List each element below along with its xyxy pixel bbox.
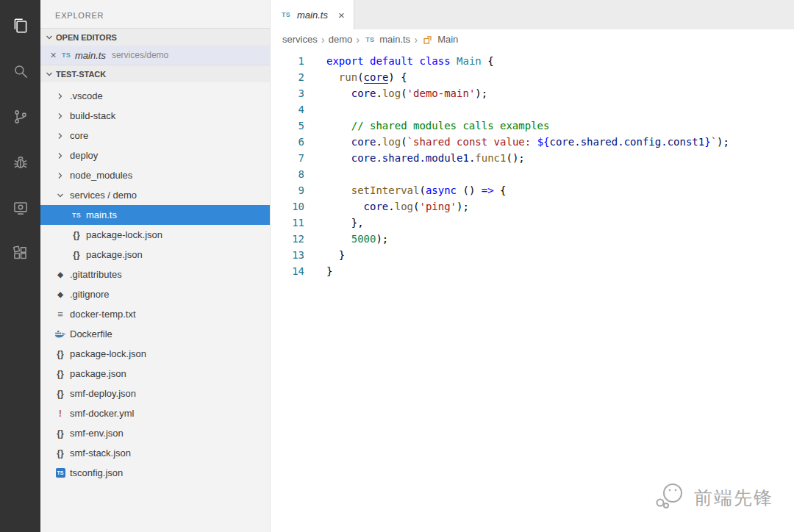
tab-main-ts[interactable]: TSmain.ts× — [271, 0, 354, 29]
code-text: core.log('demo-main'); — [326, 85, 487, 101]
source-control-icon — [11, 107, 30, 126]
code-text: core.log('ping'); — [326, 198, 469, 215]
close-icon[interactable]: × — [338, 9, 345, 21]
line-number[interactable]: 12 — [271, 231, 304, 247]
line-number[interactable]: 7 — [271, 150, 304, 166]
chevron-right-icon — [54, 170, 67, 181]
line-number[interactable]: 10 — [271, 198, 304, 215]
tree-item-core[interactable]: core — [40, 126, 270, 145]
tsconfig-icon: TS — [56, 468, 65, 478]
activity-source-control-button[interactable] — [0, 94, 40, 140]
tree-item-smf-docker-yml[interactable]: !smf-docker.yml — [40, 403, 270, 423]
activity-debug-button[interactable] — [0, 140, 40, 185]
line-number[interactable]: 5 — [271, 118, 304, 134]
breadcrumb-item-services[interactable]: services — [282, 34, 318, 45]
tree-item-build-stack[interactable]: build-stack — [40, 106, 270, 126]
code-line[interactable]: 10 core.log('ping'); — [271, 198, 794, 215]
line-number[interactable]: 11 — [271, 215, 304, 231]
tree-item-main-ts[interactable]: TSmain.ts — [40, 205, 270, 225]
tree-item-package-lock-json[interactable]: {}package-lock.json — [40, 344, 270, 364]
open-editors-label: OPEN EDITORS — [56, 33, 117, 42]
line-number[interactable]: 6 — [271, 134, 304, 150]
tree-item-tsconfig-json[interactable]: TStsconfig.json — [40, 463, 270, 483]
code-editor[interactable]: 1export default class Main {2 run(core) … — [271, 49, 794, 279]
line-number[interactable]: 4 — [271, 101, 304, 118]
tree-item-deploy[interactable]: deploy — [40, 145, 270, 165]
test-stack-label: TEST-STACK — [56, 70, 106, 79]
typescript-icon: TS — [363, 36, 376, 43]
breadcrumb-separator-icon: › — [414, 33, 418, 46]
line-number[interactable]: 3 — [271, 85, 304, 101]
breadcrumb-item-main[interactable]: Main — [421, 34, 458, 45]
code-line[interactable]: 2 run(core) { — [271, 69, 794, 85]
tree-item-gitattributes[interactable]: ◆.gitattributes — [40, 265, 270, 284]
code-line[interactable]: 3 core.log('demo-main'); — [271, 85, 794, 101]
code-line[interactable]: 8 — [271, 166, 794, 182]
code-line[interactable]: 12 5000); — [271, 231, 794, 247]
text-file-icon: ≡ — [54, 309, 67, 320]
tree-item-vscode[interactable]: .vscode — [40, 86, 270, 106]
line-number[interactable]: 2 — [271, 69, 304, 85]
breadcrumb-label: Main — [437, 34, 458, 45]
tree-item-label: deploy — [70, 150, 98, 161]
tree-item-label: main.ts — [86, 209, 117, 220]
sidebar-title: EXPLORER — [40, 0, 270, 28]
code-line[interactable]: 9 setInterval(async () => { — [271, 182, 794, 198]
activity-extensions-button[interactable] — [0, 231, 40, 276]
tree-item-dockerfile[interactable]: Dockerfile — [40, 324, 270, 344]
close-icon[interactable]: × — [47, 49, 60, 61]
typescript-icon: TS — [70, 212, 83, 219]
code-line[interactable]: 5 // shared modules calls examples — [271, 118, 794, 134]
breadcrumb-item-demo[interactable]: demo — [329, 34, 353, 45]
tree-item-package-json[interactable]: {}package.json — [40, 245, 270, 265]
tree-item-package-lock-json[interactable]: {}package-lock.json — [40, 225, 270, 245]
tree-item-package-json[interactable]: {}package.json — [40, 364, 270, 384]
tree-item-services-demo[interactable]: services / demo — [40, 185, 270, 205]
tree-item-label: package-lock.json — [86, 229, 162, 240]
class-symbol-icon — [421, 35, 434, 45]
code-line[interactable]: 4 — [271, 101, 794, 118]
debug-icon — [11, 153, 30, 172]
tree-item-gitignore[interactable]: ◆.gitignore — [40, 284, 270, 304]
code-line[interactable]: 7 core.shared.module1.func1(); — [271, 150, 794, 166]
code-text: export default class Main { — [326, 53, 494, 69]
line-number[interactable]: 9 — [271, 182, 304, 198]
breadcrumb-separator-icon: › — [356, 33, 360, 46]
code-line[interactable]: 14} — [271, 263, 794, 279]
breadcrumb-item-main-ts[interactable]: TSmain.ts — [363, 34, 410, 45]
tree-item-smf-stack-json[interactable]: {}smf-stack.json — [40, 443, 270, 463]
remote-icon — [11, 198, 30, 218]
line-number[interactable]: 13 — [271, 247, 304, 263]
tree-item-label: docker-temp.txt — [70, 309, 136, 320]
json-icon: {} — [54, 428, 67, 439]
code-line[interactable]: 13 } — [271, 247, 794, 263]
activity-remote-explorer-button[interactable] — [0, 185, 40, 231]
tree-item-smf-env-json[interactable]: {}smf-env.json — [40, 423, 270, 443]
tree-item-label: .gitattributes — [70, 269, 122, 280]
tree-item-smf-deploy-json[interactable]: {}smf-deploy.json — [40, 384, 270, 403]
code-line[interactable]: 11 }, — [271, 215, 794, 231]
code-line[interactable]: 6 core.log(`shared const value: ${core.s… — [271, 134, 794, 150]
test-stack-header[interactable]: TEST-STACK — [40, 65, 270, 82]
code-text: core.shared.module1.func1(); — [326, 150, 525, 166]
line-number[interactable]: 8 — [271, 166, 304, 182]
tree-item-label: .vscode — [70, 90, 103, 101]
git-icon: ◆ — [54, 290, 67, 298]
watermark-logo-icon — [653, 481, 687, 514]
tree-item-docker-temp-txt[interactable]: ≡docker-temp.txt — [40, 304, 270, 324]
vscode-window: EXPLORER OPEN EDITORS ×TSmain.tsservices… — [0, 0, 794, 532]
open-editors-header[interactable]: OPEN EDITORS — [40, 28, 270, 46]
open-editor-main-ts[interactable]: ×TSmain.tsservices/demo — [40, 46, 270, 65]
activity-explorer-button[interactable] — [0, 3, 40, 48]
activity-search-button[interactable] — [0, 48, 40, 94]
yaml-icon: ! — [54, 408, 67, 419]
line-number[interactable]: 1 — [271, 53, 304, 69]
json-icon: {} — [54, 349, 67, 359]
line-number[interactable]: 14 — [271, 263, 304, 279]
tree-item-node-modules[interactable]: node_modules — [40, 165, 270, 185]
tree-item-label: services / demo — [70, 190, 137, 201]
chevron-down-icon — [43, 68, 56, 80]
chevron-down-icon — [54, 190, 67, 201]
code-line[interactable]: 1export default class Main { — [271, 53, 794, 69]
breadcrumb-label: demo — [329, 34, 353, 45]
